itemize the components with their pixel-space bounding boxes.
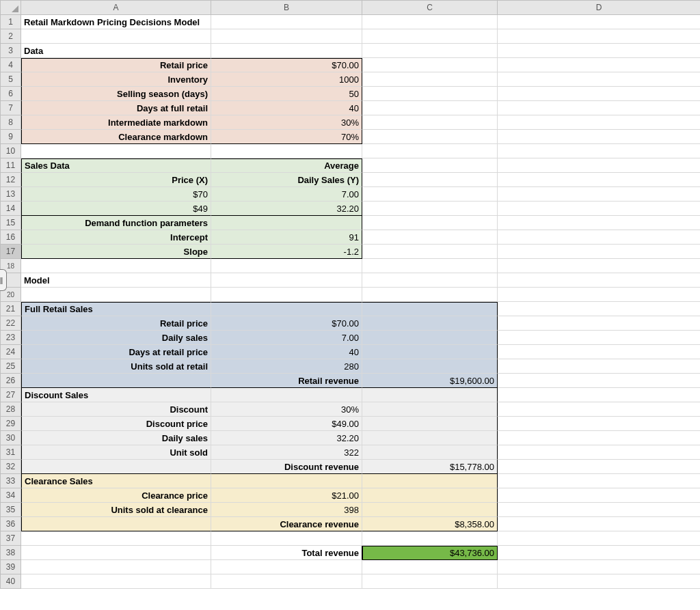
cell-B25-value[interactable]: 280 bbox=[211, 359, 362, 374]
cell-A14-value[interactable]: $49 bbox=[21, 202, 211, 216]
cell-C33[interactable] bbox=[362, 474, 498, 488]
cell-A27-discount-sales[interactable]: Discount Sales bbox=[21, 388, 211, 402]
cell-B16-value[interactable]: 91 bbox=[211, 230, 362, 245]
row-header[interactable]: 7 bbox=[1, 101, 21, 115]
row-header[interactable]: 27 bbox=[1, 388, 21, 402]
cell-A30-label[interactable]: Daily sales bbox=[21, 431, 211, 445]
cell-D3[interactable] bbox=[498, 44, 700, 58]
cell-B32-discount-revenue-label[interactable]: Discount revenue bbox=[211, 460, 362, 474]
cell-D40[interactable] bbox=[498, 574, 700, 589]
cell-B33[interactable] bbox=[211, 474, 362, 488]
cell-A10[interactable] bbox=[21, 144, 211, 158]
cell-B12-daily-sales-y[interactable]: Daily Sales (Y) bbox=[211, 173, 362, 187]
cell-A15-demand-params[interactable]: Demand function parameters bbox=[21, 216, 211, 230]
spreadsheet-grid[interactable]: A B C D 1 Retail Markdown Pricing Decisi… bbox=[0, 0, 700, 589]
cell-A35-label[interactable]: Units sold at clearance bbox=[21, 503, 211, 517]
col-header-D[interactable]: D bbox=[498, 1, 700, 15]
cell-C3[interactable] bbox=[362, 44, 498, 58]
row-header[interactable]: 1 bbox=[1, 15, 21, 29]
cell-D6[interactable] bbox=[498, 87, 700, 101]
cell-B1[interactable] bbox=[211, 15, 362, 29]
cell-C17[interactable] bbox=[362, 245, 498, 259]
cell-B24-value[interactable]: 40 bbox=[211, 345, 362, 359]
cell-D21[interactable] bbox=[498, 302, 700, 316]
cell-C5[interactable] bbox=[362, 72, 498, 87]
row-header[interactable]: 11 bbox=[1, 158, 21, 173]
cell-B2[interactable] bbox=[211, 29, 362, 44]
cell-B38-total-revenue-label[interactable]: Total revenue bbox=[211, 546, 362, 560]
cell-B21[interactable] bbox=[211, 302, 362, 316]
cell-C30[interactable] bbox=[362, 431, 498, 445]
cell-B29-value[interactable]: $49.00 bbox=[211, 417, 362, 431]
cell-D16[interactable] bbox=[498, 230, 700, 245]
cell-D26[interactable] bbox=[498, 374, 700, 388]
cell-B11-average[interactable]: Average bbox=[211, 158, 362, 173]
cell-B34-value[interactable]: $21.00 bbox=[211, 488, 362, 503]
cell-B6-value[interactable]: 50 bbox=[211, 87, 362, 101]
cell-B19[interactable] bbox=[211, 273, 362, 288]
cell-A3-data-header[interactable]: Data bbox=[21, 44, 211, 58]
cell-A33-clearance-sales[interactable]: Clearance Sales bbox=[21, 474, 211, 488]
cell-B14-value[interactable]: 32.20 bbox=[211, 202, 362, 216]
cell-C22[interactable] bbox=[362, 316, 498, 331]
cell-D33[interactable] bbox=[498, 474, 700, 488]
cell-C16[interactable] bbox=[362, 230, 498, 245]
cell-D19[interactable] bbox=[498, 273, 700, 288]
cell-C38-total-revenue-value[interactable]: $43,736.00 bbox=[362, 546, 498, 560]
cell-A11-sales-data[interactable]: Sales Data bbox=[21, 158, 211, 173]
cell-B27[interactable] bbox=[211, 388, 362, 402]
row-header[interactable]: 15 bbox=[1, 216, 21, 230]
cell-C21[interactable] bbox=[362, 302, 498, 316]
cell-B20[interactable] bbox=[211, 288, 362, 302]
cell-C29[interactable] bbox=[362, 417, 498, 431]
cell-D1[interactable] bbox=[498, 15, 700, 29]
cell-D30[interactable] bbox=[498, 431, 700, 445]
cell-B39[interactable] bbox=[211, 560, 362, 574]
row-header[interactable]: 10 bbox=[1, 144, 21, 158]
cell-A17-slope[interactable]: Slope bbox=[21, 245, 211, 259]
cell-D20[interactable] bbox=[498, 288, 700, 302]
cell-C13[interactable] bbox=[362, 187, 498, 202]
row-header[interactable]: 26 bbox=[1, 374, 21, 388]
cell-B18[interactable] bbox=[211, 259, 362, 273]
cell-A18[interactable] bbox=[21, 259, 211, 273]
cell-D35[interactable] bbox=[498, 503, 700, 517]
cell-A39[interactable] bbox=[21, 560, 211, 574]
cell-C27[interactable] bbox=[362, 388, 498, 402]
cell-C37[interactable] bbox=[362, 531, 498, 546]
cell-A5-label[interactable]: Inventory bbox=[21, 72, 211, 87]
cell-B37[interactable] bbox=[211, 531, 362, 546]
cell-A28-label[interactable]: Discount bbox=[21, 402, 211, 417]
cell-D7[interactable] bbox=[498, 101, 700, 115]
cell-B23-value[interactable]: 7.00 bbox=[211, 331, 362, 345]
cell-D13[interactable] bbox=[498, 187, 700, 202]
cell-B28-value[interactable]: 30% bbox=[211, 402, 362, 417]
cell-C8[interactable] bbox=[362, 115, 498, 130]
cell-A38[interactable] bbox=[21, 546, 211, 560]
cell-D23[interactable] bbox=[498, 331, 700, 345]
cell-C36-clearance-revenue-value[interactable]: $8,358.00 bbox=[362, 517, 498, 531]
cell-C4[interactable] bbox=[362, 58, 498, 72]
row-header[interactable]: 29 bbox=[1, 417, 21, 431]
cell-A7-label[interactable]: Days at full retail bbox=[21, 101, 211, 115]
cell-B30-value[interactable]: 32.20 bbox=[211, 431, 362, 445]
cell-D37[interactable] bbox=[498, 531, 700, 546]
cell-B15[interactable] bbox=[211, 216, 362, 230]
cell-A29-label[interactable]: Discount price bbox=[21, 417, 211, 431]
cell-B26-retail-revenue-label[interactable]: Retail revenue bbox=[211, 374, 362, 388]
cell-A22-label[interactable]: Retail price bbox=[21, 316, 211, 331]
cell-D17[interactable] bbox=[498, 245, 700, 259]
row-header[interactable]: 34 bbox=[1, 488, 21, 503]
row-header[interactable]: 28 bbox=[1, 402, 21, 417]
cell-D32[interactable] bbox=[498, 460, 700, 474]
cell-B35-value[interactable]: 398 bbox=[211, 503, 362, 517]
row-header[interactable]: 5 bbox=[1, 72, 21, 87]
row-header[interactable]: 25 bbox=[1, 359, 21, 374]
cell-A34-label[interactable]: Clearance price bbox=[21, 488, 211, 503]
row-header[interactable]: 14 bbox=[1, 202, 21, 216]
col-header-A[interactable]: A bbox=[21, 1, 211, 15]
row-header[interactable]: 37 bbox=[1, 531, 21, 546]
row-header[interactable]: 8 bbox=[1, 115, 21, 130]
row-header[interactable]: 12 bbox=[1, 173, 21, 187]
row-header[interactable]: 13 bbox=[1, 187, 21, 202]
